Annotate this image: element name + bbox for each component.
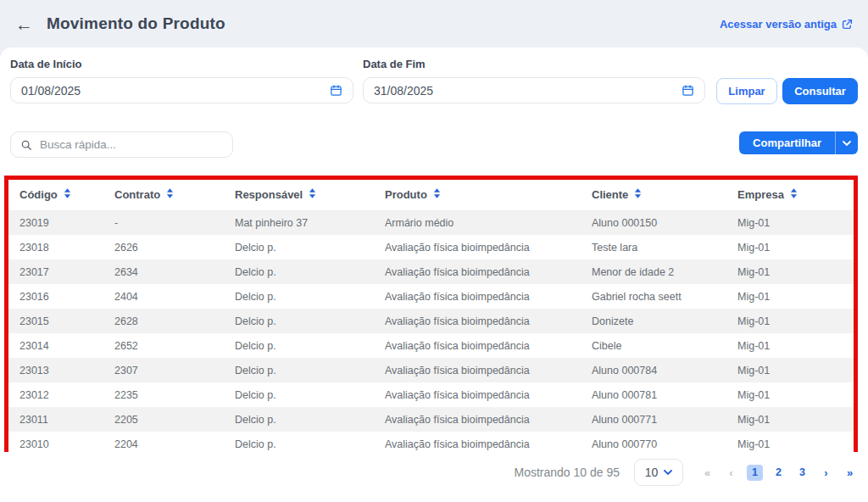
cell-cliente: Aluno 000771 <box>592 407 737 432</box>
cell-contrato: 2634 <box>114 259 235 284</box>
quick-search-box <box>10 131 233 158</box>
cell-produto: Avaliação física bioimpedância <box>385 309 592 333</box>
sort-icon[interactable] <box>309 188 316 201</box>
table-row[interactable]: 23010 2204 Delcio p. Avaliação física bi… <box>8 432 854 456</box>
start-date-input[interactable] <box>21 84 330 98</box>
end-date-input[interactable] <box>374 84 682 98</box>
end-date-label: Data de Fim <box>363 58 705 70</box>
cell-produto: Avaliação física bioimpedância <box>385 284 592 309</box>
column-header-empresa[interactable]: Empresa <box>737 180 854 210</box>
cell-responsavel: Delcio p. <box>235 235 385 259</box>
column-header-cliente[interactable]: Cliente <box>592 180 737 210</box>
cell-contrato: 2235 <box>114 382 235 407</box>
clear-button[interactable]: Limpar <box>716 78 777 104</box>
calendar-icon[interactable] <box>330 84 342 97</box>
cell-contrato: 2626 <box>114 235 235 259</box>
cell-codigo: 23014 <box>8 333 114 358</box>
sort-icon[interactable] <box>790 188 798 201</box>
column-label: Responsável <box>235 188 303 201</box>
content-panel: Data de Início Data de Fim Limpar Consul… <box>0 47 868 502</box>
cell-codigo: 23019 <box>8 210 114 235</box>
old-version-link[interactable]: Acessar versão antiga <box>720 18 853 31</box>
cell-empresa: Mig-01 <box>737 259 854 284</box>
page-button-2[interactable]: 2 <box>771 465 787 481</box>
external-link-icon <box>842 19 853 30</box>
page-title: Movimento do Produto <box>47 14 225 33</box>
column-header-responsavel[interactable]: Responsável <box>235 180 385 210</box>
cell-produto: Avaliação física bioimpedância <box>385 358 592 382</box>
cell-cliente: Donizete <box>592 309 737 333</box>
share-button-label[interactable]: Compartilhar <box>739 131 835 154</box>
cell-responsavel: Delcio p. <box>235 382 385 407</box>
column-header-contrato[interactable]: Contrato <box>114 180 235 210</box>
table-row[interactable]: 23017 2634 Delcio p. Avaliação física bi… <box>8 259 854 284</box>
back-icon[interactable]: ← <box>15 15 33 33</box>
search-icon <box>20 139 32 151</box>
cell-produto: Armário médio <box>385 210 592 235</box>
column-label: Código <box>19 188 58 201</box>
table-row[interactable]: 23016 2404 Delcio p. Avaliação física bi… <box>8 284 854 309</box>
cell-cliente: Cibele <box>592 333 737 358</box>
start-date-field: Data de Início <box>10 58 353 103</box>
pagination-summary: Mostrando 10 de 95 <box>514 466 620 479</box>
cell-codigo: 23013 <box>8 358 114 382</box>
consult-button[interactable]: Consultar <box>782 78 858 104</box>
cell-cliente: Teste lara <box>592 235 737 259</box>
page-size-select[interactable]: 10 <box>634 459 683 486</box>
sort-icon[interactable] <box>64 188 71 201</box>
cell-empresa: Mig-01 <box>737 333 854 358</box>
cell-codigo: 23011 <box>8 407 114 432</box>
cell-cliente: Aluno 000150 <box>592 210 737 235</box>
page-button-1[interactable]: 1 <box>747 465 763 481</box>
pagination-bar: Mostrando 10 de 95 10 « ‹ 1 2 3 › » <box>514 459 858 486</box>
cell-codigo: 23016 <box>8 284 114 309</box>
cell-responsavel: Delcio p. <box>235 358 385 382</box>
sort-icon[interactable] <box>634 188 642 201</box>
table-row[interactable]: 23012 2235 Delcio p. Avaliação física bi… <box>8 382 854 407</box>
column-header-codigo[interactable]: Código <box>8 180 114 210</box>
cell-produto: Avaliação física bioimpedância <box>385 259 592 284</box>
cell-empresa: Mig-01 <box>737 309 854 333</box>
cell-cliente: Aluno 000770 <box>592 432 737 456</box>
cell-contrato: 2628 <box>114 309 235 333</box>
calendar-icon[interactable] <box>682 84 694 97</box>
first-page-icon[interactable]: « <box>699 465 715 481</box>
column-label: Empresa <box>737 188 784 201</box>
table-row[interactable]: 23014 2652 Delcio p. Avaliação física bi… <box>8 333 854 358</box>
page-button-3[interactable]: 3 <box>794 465 810 481</box>
column-header-produto[interactable]: Produto <box>385 180 592 210</box>
cell-empresa: Mig-01 <box>737 407 854 432</box>
cell-responsavel: Mat pinheiro 37 <box>235 210 385 235</box>
cell-cliente: Menor de idade 2 <box>592 259 737 284</box>
cell-contrato: 2205 <box>114 407 235 432</box>
cell-empresa: Mig-01 <box>737 382 854 407</box>
share-button[interactable]: Compartilhar <box>739 131 858 154</box>
cell-contrato: 2404 <box>114 284 235 309</box>
cell-codigo: 23018 <box>8 235 114 259</box>
cell-responsavel: Delcio p. <box>235 432 385 456</box>
sort-icon[interactable] <box>433 188 441 201</box>
cell-codigo: 23010 <box>8 432 114 456</box>
table-row[interactable]: 23011 2205 Delcio p. Avaliação física bi… <box>8 407 854 432</box>
table-row[interactable]: 23018 2626 Delcio p. Avaliação física bi… <box>8 235 854 259</box>
last-page-icon[interactable]: » <box>842 465 858 481</box>
cell-responsavel: Delcio p. <box>235 333 385 358</box>
top-bar: ← Movimento do Produto Acessar versão an… <box>0 0 868 47</box>
table-row[interactable]: 23019 - Mat pinheiro 37 Armário médio Al… <box>8 210 854 235</box>
cell-cliente: Aluno 000781 <box>592 382 737 407</box>
cell-produto: Avaliação física bioimpedância <box>385 333 592 358</box>
cell-produto: Avaliação física bioimpedância <box>385 407 592 432</box>
table-header: Código Contrato Responsável Produto Clie… <box>8 180 854 210</box>
cell-responsavel: Delcio p. <box>235 259 385 284</box>
chevron-down-icon[interactable] <box>835 131 858 154</box>
cell-responsavel: Delcio p. <box>235 309 385 333</box>
table-row[interactable]: 23015 2628 Delcio p. Avaliação física bi… <box>8 309 854 333</box>
quick-search-input[interactable] <box>40 138 223 151</box>
annotation-highlight: Código Contrato Responsável Produto Clie… <box>4 176 858 452</box>
prev-page-icon[interactable]: ‹ <box>723 465 739 481</box>
cell-codigo: 23017 <box>8 259 114 284</box>
next-page-icon[interactable]: › <box>818 465 834 481</box>
table-row[interactable]: 23013 2307 Delcio p. Avaliação física bi… <box>8 358 854 382</box>
cell-responsavel: Delcio p. <box>235 284 385 309</box>
sort-icon[interactable] <box>166 188 174 201</box>
